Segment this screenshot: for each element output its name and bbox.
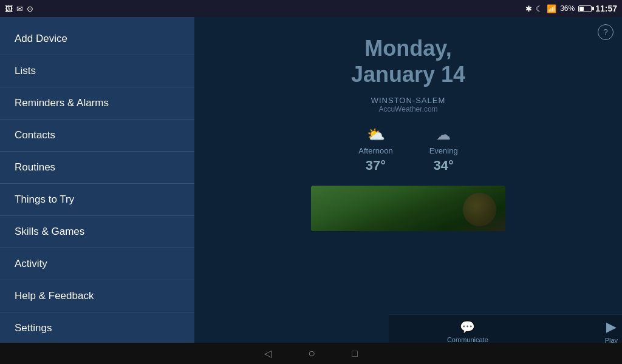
sidebar: Add Device Lists Reminders & Alarms Cont… — [0, 17, 194, 348]
recents-button[interactable]: □ — [352, 348, 358, 359]
home-button[interactable]: ○ — [308, 346, 315, 360]
notification-icon: ⊙ — [27, 4, 33, 13]
afternoon-weather-icon: ⛅ — [364, 126, 388, 144]
battery-icon — [578, 5, 592, 12]
status-right-icons: ✱ ☾ 📶 36% 11:57 — [525, 4, 617, 13]
afternoon-label: Afternoon — [358, 146, 392, 155]
mail-icon: ✉ — [16, 4, 23, 13]
evening-weather-icon: ☁ — [431, 126, 456, 144]
status-bar: 🖼 ✉ ⊙ ✱ ☾ 📶 36% 11:57 — [0, 0, 622, 17]
photo-icon: 🖼 — [5, 4, 13, 13]
nav-play[interactable]: ▶ Play — [605, 319, 618, 344]
back-button[interactable]: ◁ — [264, 348, 272, 359]
sidebar-item-things-to-try[interactable]: Things to Try — [0, 184, 194, 216]
sidebar-item-add-device[interactable]: Add Device — [0, 23, 194, 55]
communicate-icon: 💬 — [460, 320, 475, 334]
afternoon-temp: 37° — [366, 158, 386, 174]
evening-label: Evening — [429, 146, 458, 155]
date-display: Monday, January 14 — [351, 35, 465, 87]
moon-icon: ☾ — [536, 4, 543, 13]
weather-location: WINSTON-SALEM — [371, 96, 446, 105]
sidebar-item-routines[interactable]: Routines — [0, 152, 194, 184]
sidebar-item-reminders-alarms[interactable]: Reminders & Alarms — [0, 87, 194, 120]
sidebar-item-skills-games[interactable]: Skills & Games — [0, 216, 194, 248]
clock: 11:57 — [595, 4, 617, 13]
content-area: ? Monday, January 14 WINSTON-SALEM AccuW… — [194, 17, 622, 348]
weather-source: AccuWeather.com — [378, 105, 437, 113]
weather-section: Monday, January 14 WINSTON-SALEM AccuWea… — [194, 17, 622, 231]
evening-temp: 34° — [434, 158, 454, 174]
sidebar-item-contacts[interactable]: Contacts — [0, 120, 194, 152]
sidebar-item-activity[interactable]: Activity — [0, 248, 194, 280]
content-thumbnail[interactable] — [311, 186, 505, 231]
evening-forecast: ☁ Evening 34° — [429, 126, 458, 174]
sidebar-item-help-feedback[interactable]: Help & Feedback — [0, 280, 194, 312]
wifi-icon: 📶 — [547, 4, 556, 13]
sidebar-item-settings[interactable]: Settings — [0, 312, 194, 345]
battery-percentage: 36% — [560, 4, 575, 13]
status-left-icons: 🖼 ✉ ⊙ — [5, 4, 33, 13]
day-name: Monday, — [351, 35, 465, 61]
weather-forecasts: ⛅ Afternoon 37° ☁ Evening 34° — [358, 126, 457, 174]
android-nav-bar: ◁ ○ □ — [0, 343, 622, 364]
play-icon: ▶ — [606, 319, 617, 335]
communicate-label: Communicate — [447, 336, 488, 343]
main-layout: Add Device Lists Reminders & Alarms Cont… — [0, 17, 622, 348]
date-value: January 14 — [351, 61, 465, 87]
bluetooth-icon: ✱ — [525, 4, 532, 13]
help-button[interactable]: ? — [598, 24, 613, 40]
nav-communicate[interactable]: 💬 Communicate — [447, 320, 488, 343]
afternoon-forecast: ⛅ Afternoon 37° — [358, 126, 392, 174]
sidebar-item-lists[interactable]: Lists — [0, 55, 194, 87]
